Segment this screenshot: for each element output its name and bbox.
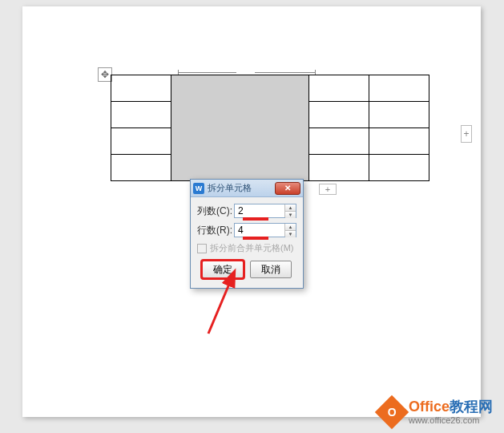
rows-input[interactable]: 4 ▲ ▼ xyxy=(234,223,296,237)
table-cell[interactable] xyxy=(309,155,369,181)
watermark-brand-b: 教程网 xyxy=(450,399,493,415)
annotation-underline xyxy=(243,217,268,221)
split-cells-dialog: W 拆分单元格 ✕ 列数(C): 2 ▲ ▼ 行数(R): 4 ▲ ▼ xyxy=(190,179,304,289)
spin-down[interactable]: ▼ xyxy=(285,231,296,237)
rows-label: 行数(R): xyxy=(197,224,234,237)
columns-input[interactable]: 2 ▲ ▼ xyxy=(234,204,296,218)
spin-up[interactable]: ▲ xyxy=(285,204,296,212)
table-add-column-handle[interactable]: + xyxy=(461,125,472,143)
columns-value[interactable]: 2 xyxy=(235,204,284,217)
merge-before-label: 拆分前合并单元格(M) xyxy=(210,242,294,254)
table-cell[interactable] xyxy=(309,75,369,102)
watermark-text: Office教程网 www.office26.com xyxy=(409,399,493,425)
spin-up[interactable]: ▲ xyxy=(285,224,296,231)
dialog-titlebar[interactable]: W 拆分单元格 ✕ xyxy=(191,180,303,197)
table-cell[interactable] xyxy=(111,102,171,128)
table-cell[interactable] xyxy=(111,128,171,155)
merge-before-checkbox-row: 拆分前合并单元格(M) xyxy=(197,242,296,254)
dialog-title: 拆分单元格 xyxy=(208,182,275,194)
dialog-buttons: 确定 取消 xyxy=(197,261,296,285)
dialog-body: 列数(C): 2 ▲ ▼ 行数(R): 4 ▲ ▼ 拆 xyxy=(191,197,303,288)
ruler-line xyxy=(179,72,236,73)
app-icon: W xyxy=(193,183,204,194)
table-cell[interactable] xyxy=(309,128,369,155)
table-cell[interactable] xyxy=(369,128,429,155)
table-cell[interactable] xyxy=(111,75,171,102)
spin-down[interactable]: ▼ xyxy=(285,212,296,218)
close-button[interactable]: ✕ xyxy=(275,182,300,195)
watermark: O Office教程网 www.office26.com xyxy=(380,399,493,425)
table-cell[interactable] xyxy=(369,102,429,128)
document-table[interactable] xyxy=(111,75,429,181)
table-cell[interactable] xyxy=(309,102,369,128)
columns-field-row: 列数(C): 2 ▲ ▼ xyxy=(197,204,296,218)
rows-field-row: 行数(R): 4 ▲ ▼ xyxy=(197,223,296,237)
watermark-brand-a: Office xyxy=(409,399,450,415)
cancel-button[interactable]: 取消 xyxy=(250,261,292,278)
columns-label: 列数(C): xyxy=(197,204,234,218)
merged-cell[interactable] xyxy=(171,75,309,181)
rows-value[interactable]: 4 xyxy=(235,224,284,237)
watermark-url: www.office26.com xyxy=(409,415,493,425)
table-cell[interactable] xyxy=(111,155,171,181)
table-add-row-handle[interactable]: + xyxy=(319,184,337,195)
merge-before-checkbox xyxy=(197,244,207,253)
ok-button[interactable]: 确定 xyxy=(202,261,244,278)
table-cell[interactable] xyxy=(369,155,429,181)
table-cell[interactable] xyxy=(369,75,429,102)
ruler-line xyxy=(255,72,315,73)
watermark-icon: O xyxy=(375,395,409,429)
annotation-underline xyxy=(243,237,268,240)
